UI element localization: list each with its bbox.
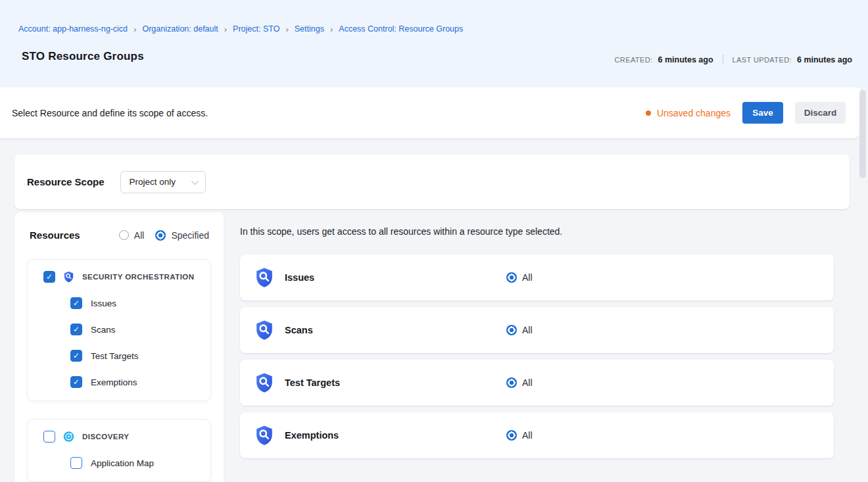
- created-value: 6 minutes ago: [658, 55, 713, 64]
- resource-label: Issues: [91, 299, 116, 308]
- resource-scope-dropdown[interactable]: Project only: [120, 171, 206, 193]
- resources-title: Resources: [30, 229, 80, 241]
- shield-search-icon: [63, 271, 74, 283]
- resource-row-test-targets: ✓ Test Targets: [28, 343, 210, 369]
- resource-scope-selected: Project only: [130, 177, 176, 187]
- page-header: Account: app-harness-ng-cicd › Organizat…: [0, 0, 868, 87]
- last-updated-label: LAST UPDATED:: [733, 56, 792, 64]
- breadcrumb: Account: app-harness-ng-cicd › Organizat…: [18, 24, 463, 34]
- resource-row-exemptions: ✓ Exemptions: [28, 369, 210, 395]
- resources-mode-radios: All Specified: [119, 230, 209, 241]
- resource-card-exemptions: Exemptions All: [240, 412, 834, 458]
- resource-scope-title: Resource Scope: [27, 176, 105, 187]
- page-title: STO Resource Groups: [22, 50, 144, 63]
- resource-group-page: Account: app-harness-ng-cicd › Organizat…: [0, 0, 868, 482]
- access-label: All: [522, 377, 533, 388]
- scope-note: In this scope, users get access to all r…: [240, 226, 834, 237]
- breadcrumb-separator-icon: ›: [224, 24, 227, 34]
- radio-all[interactable]: All: [119, 230, 145, 241]
- discard-button[interactable]: Discard: [795, 102, 846, 124]
- breadcrumb-settings-link[interactable]: Settings: [295, 24, 324, 34]
- resource-card-label: Scans: [285, 325, 313, 335]
- meta-divider: [723, 55, 723, 64]
- shield-search-icon: [254, 425, 274, 446]
- checkbox-application-map[interactable]: [70, 457, 82, 469]
- access-label: All: [522, 272, 533, 283]
- resource-card-label: Issues: [285, 272, 314, 283]
- radio-specified-icon[interactable]: [155, 230, 166, 241]
- breadcrumb-separator-icon: ›: [330, 24, 333, 34]
- resource-label: Test Targets: [91, 351, 139, 361]
- access-radio-all-test-targets[interactable]: All: [506, 377, 533, 388]
- access-radio-all-exemptions[interactable]: All: [506, 430, 533, 441]
- shield-search-icon: [254, 320, 274, 341]
- timestamps: CREATED: 6 minutes ago LAST UPDATED: 6 m…: [615, 55, 852, 64]
- radio-selected-icon[interactable]: [506, 430, 517, 441]
- last-updated-value: 6 minutes ago: [797, 55, 852, 64]
- breadcrumb-project-link[interactable]: Project: STO: [233, 24, 279, 34]
- resource-card-label: Exemptions: [285, 430, 339, 441]
- radio-all-icon[interactable]: [119, 230, 129, 240]
- resource-row-application-map: Application Map: [28, 450, 210, 476]
- resource-scope-card: Resource Scope Project only: [14, 155, 850, 209]
- radio-selected-icon[interactable]: [506, 325, 517, 335]
- radio-specified[interactable]: Specified: [155, 230, 209, 241]
- resource-group-security-orchestration: ✓ SECURITY ORCHESTRATION ✓ Issues ✓ Scan…: [28, 260, 210, 400]
- toolbar-actions: Unsaved changes Save Discard: [646, 102, 846, 124]
- unsaved-changes-label: Unsaved changes: [657, 108, 731, 118]
- created-label: CREATED:: [615, 56, 653, 64]
- unsaved-changes-status: Unsaved changes: [646, 108, 731, 118]
- breadcrumb-resource-groups-link[interactable]: Access Control: Resource Groups: [339, 24, 463, 34]
- group-title: SECURITY ORCHESTRATION: [82, 273, 195, 281]
- save-button[interactable]: Save: [742, 102, 783, 124]
- chevron-down-icon: [191, 177, 198, 184]
- access-radio-all-issues[interactable]: All: [506, 272, 533, 283]
- checkbox-discovery[interactable]: [43, 431, 55, 443]
- checkbox-issues[interactable]: ✓: [70, 297, 82, 309]
- resource-card-test-targets: Test Targets All: [240, 360, 834, 406]
- breadcrumb-organization-link[interactable]: Organization: default: [142, 24, 218, 34]
- group-row-security-orchestration: ✓ SECURITY ORCHESTRATION: [28, 264, 210, 290]
- resource-card-scans: Scans All: [240, 307, 834, 353]
- resource-label: Scans: [91, 325, 116, 335]
- breadcrumb-separator-icon: ›: [133, 24, 136, 34]
- radio-all-label: All: [134, 230, 145, 241]
- breadcrumb-account-link[interactable]: Account: app-harness-ng-cicd: [18, 24, 128, 34]
- checkbox-scans[interactable]: ✓: [70, 324, 82, 335]
- resource-label: Exemptions: [91, 377, 137, 387]
- resource-row-issues: ✓ Issues: [28, 290, 210, 316]
- unsaved-dot-icon: [646, 110, 651, 116]
- resource-access-list: In this scope, users get access to all r…: [240, 226, 834, 465]
- scope-description: Select Resource and define its scope of …: [12, 108, 208, 118]
- resource-label: Application Map: [91, 458, 154, 468]
- checkbox-security-orchestration[interactable]: ✓: [43, 271, 55, 283]
- group-title: DISCOVERY: [82, 433, 129, 441]
- group-row-discovery: DISCOVERY: [28, 423, 210, 450]
- resources-header: Resources All Specified: [14, 229, 224, 241]
- radar-icon: [63, 431, 74, 443]
- vertical-scrollbar[interactable]: [859, 90, 866, 178]
- access-radio-all-scans[interactable]: All: [506, 325, 533, 335]
- breadcrumb-separator-icon: ›: [285, 24, 288, 34]
- access-label: All: [522, 430, 533, 441]
- shield-search-icon: [254, 267, 274, 288]
- radio-selected-icon[interactable]: [506, 272, 517, 283]
- resources-panel: Resources All Specified ✓ SECURITY ORCHE…: [14, 212, 224, 482]
- resource-card-issues: Issues All: [240, 254, 834, 301]
- shield-search-icon: [254, 372, 274, 393]
- resource-group-discovery: DISCOVERY Application Map: [28, 420, 210, 481]
- checkbox-exemptions[interactable]: ✓: [70, 376, 82, 388]
- resource-row-scans: ✓ Scans: [28, 316, 210, 343]
- checkbox-test-targets[interactable]: ✓: [70, 350, 82, 362]
- access-label: All: [522, 325, 533, 335]
- radio-selected-icon[interactable]: [506, 377, 517, 388]
- resource-card-label: Test Targets: [285, 377, 340, 388]
- radio-specified-label: Specified: [171, 230, 209, 241]
- action-bar: Select Resource and define its scope of …: [0, 87, 860, 138]
